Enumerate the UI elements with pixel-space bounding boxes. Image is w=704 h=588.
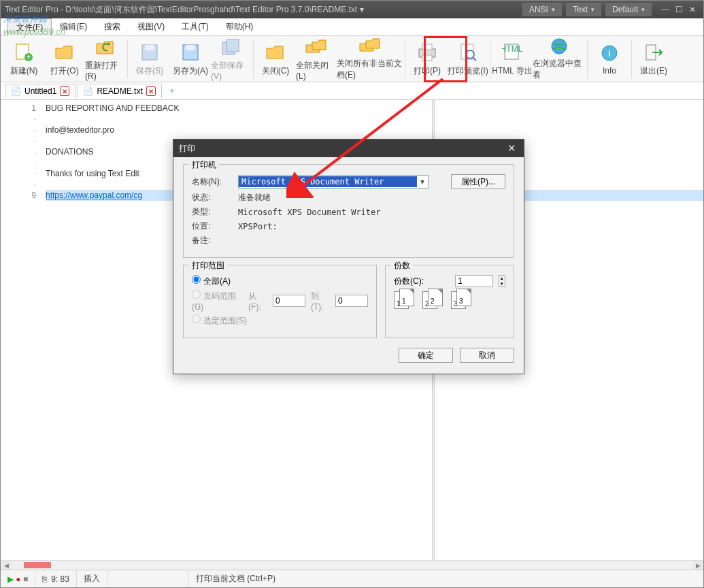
svg-text:i: i	[608, 49, 610, 59]
statusbar: ▶ ● ■ ⎘9: 83 插入 打印当前文档 (Ctrl+P)	[1, 570, 703, 587]
info-icon: i	[599, 42, 620, 64]
document-tabs: 📄 Untitled1 ✕ 📄 README.txt ✕ ＋	[1, 82, 703, 100]
chevron-down-icon: ▾	[417, 177, 428, 186]
gutter: 1·······9	[1, 100, 41, 570]
close-tab-icon[interactable]: ✕	[60, 86, 69, 96]
info-button[interactable]: iInfo	[589, 37, 630, 81]
close-button[interactable]: ✕	[686, 3, 699, 16]
scroll-right-icon[interactable]: ▶	[692, 561, 703, 570]
tab-readme[interactable]: 📄 README.txt ✕	[77, 84, 161, 98]
spinner-icon[interactable]: ▴▾	[499, 275, 505, 287]
menubar: 文件(F) 编辑(E) 搜索 视图(V) 工具(T) 帮助(H)	[1, 18, 703, 36]
status-hint: 打印当前文档 (Ctrl+P)	[189, 570, 703, 587]
svg-text:HTML: HTML	[502, 44, 522, 54]
svg-rect-8	[227, 39, 239, 52]
folder-open-icon	[54, 42, 76, 63]
watermark: 河东软件园 www.pc0359.cn	[3, 5, 65, 37]
print-highlight	[424, 36, 467, 82]
folders-ex-icon	[359, 37, 381, 56]
exit-icon	[643, 42, 665, 63]
maximize-button[interactable]: ☐	[672, 3, 686, 16]
menu-search[interactable]: 搜索	[96, 18, 129, 35]
saveall-icon	[220, 37, 242, 58]
open-button[interactable]: 打开(O)	[44, 37, 85, 81]
exit-button[interactable]: 退出(E)	[633, 37, 674, 81]
saveall-button[interactable]: 全部保存(V)	[211, 37, 252, 81]
folder-refresh-icon	[95, 37, 116, 58]
save-button[interactable]: 保存(S)	[129, 37, 170, 81]
scroll-left-icon[interactable]: ◀	[1, 561, 12, 570]
svg-rect-6	[186, 45, 195, 50]
add-tab-button[interactable]: ＋	[166, 85, 178, 97]
print-dialog: 打印 ✕ 打印机 名称(N): Microsoft XPS Document W…	[173, 139, 524, 374]
mode-dropdown[interactable]: Text	[566, 3, 601, 16]
copies-input[interactable]	[455, 275, 493, 287]
saveas-button[interactable]: 另存为(A)	[170, 37, 211, 81]
page-to-input[interactable]	[335, 295, 368, 307]
cursor-pos: ⎘9: 83	[35, 570, 77, 587]
h-scrollbar[interactable]: ◀ ▶	[1, 560, 703, 570]
insert-mode[interactable]: 插入	[77, 570, 107, 587]
svg-point-17	[552, 39, 567, 54]
ok-button[interactable]: 确定	[399, 348, 453, 363]
menu-help[interactable]: 帮助(H)	[218, 18, 263, 35]
range-pages-radio[interactable]: 页码范围(G)	[192, 290, 243, 312]
close-doc-button[interactable]: 关闭(C)	[255, 37, 296, 81]
globe-icon	[548, 37, 570, 56]
browser-button[interactable]: 在浏览器中查看	[533, 37, 586, 81]
file-icon: 📄	[11, 86, 21, 96]
reopen-button[interactable]: 重新打开(R)	[85, 37, 126, 81]
minimize-button[interactable]: —	[658, 3, 672, 16]
macro-controls[interactable]: ▶ ● ■	[1, 570, 35, 587]
collate-preview: 11 22 33	[394, 291, 505, 309]
save-icon	[139, 42, 161, 63]
menu-tools[interactable]: 工具(T)	[173, 18, 217, 35]
closeall-button[interactable]: 全部关闭(L)	[296, 37, 337, 81]
svg-rect-4	[145, 45, 154, 50]
saveas-icon	[180, 42, 201, 63]
properties-button[interactable]: 属性(P)...	[451, 174, 505, 189]
dialog-title: 打印	[179, 143, 505, 154]
folder-close-icon	[265, 42, 286, 63]
scroll-thumb[interactable]	[24, 562, 51, 568]
close-tab-icon[interactable]: ✕	[146, 86, 156, 96]
printer-group: 打印机 名称(N): Microsoft XPS Document Writer…	[183, 164, 514, 258]
titlebar: Text Editor Pro - D:\tools\桌面\河东软件园\Text…	[1, 1, 703, 18]
html-icon: HTML	[501, 42, 523, 63]
page-from-input[interactable]	[273, 295, 305, 307]
range-selection-radio[interactable]: 选定范围(S)	[192, 314, 247, 327]
copies-group: 份数 份数(C): ▴▾ 11 22 33	[385, 265, 514, 338]
profile-dropdown[interactable]: Default	[605, 3, 652, 16]
closeothers-button[interactable]: 关闭所有非当前文档(E)	[337, 37, 403, 81]
range-group: 打印范围 全部(A) 页码范围(G) 从(F): 到(T): 选定范围(S)	[183, 265, 377, 338]
file-icon: 📄	[83, 86, 93, 96]
encoding-dropdown[interactable]: ANSI	[522, 3, 562, 16]
new-file-icon: +	[13, 42, 35, 63]
folders-icon	[305, 37, 327, 58]
cancel-button[interactable]: 取消	[460, 348, 514, 363]
htmlexport-button[interactable]: HTMLHTML 导出	[492, 37, 533, 81]
window-title: Text Editor Pro - D:\tools\桌面\河东软件园\Text…	[5, 4, 522, 16]
ribbon: +新建(N) 打开(O) 重新打开(R) 保存(S) 另存为(A) 全部保存(V…	[1, 36, 703, 82]
tab-untitled[interactable]: 📄 Untitled1 ✕	[5, 84, 76, 98]
printer-select[interactable]: Microsoft XPS Document Writer ▾	[238, 175, 429, 189]
svg-text:+: +	[26, 52, 31, 62]
menu-view[interactable]: 视图(V)	[129, 18, 173, 35]
new-button[interactable]: +新建(N)	[3, 37, 44, 81]
dialog-titlebar[interactable]: 打印 ✕	[173, 140, 524, 157]
range-all-radio[interactable]: 全部(A)	[192, 275, 231, 287]
dialog-close-icon[interactable]: ✕	[505, 142, 518, 154]
